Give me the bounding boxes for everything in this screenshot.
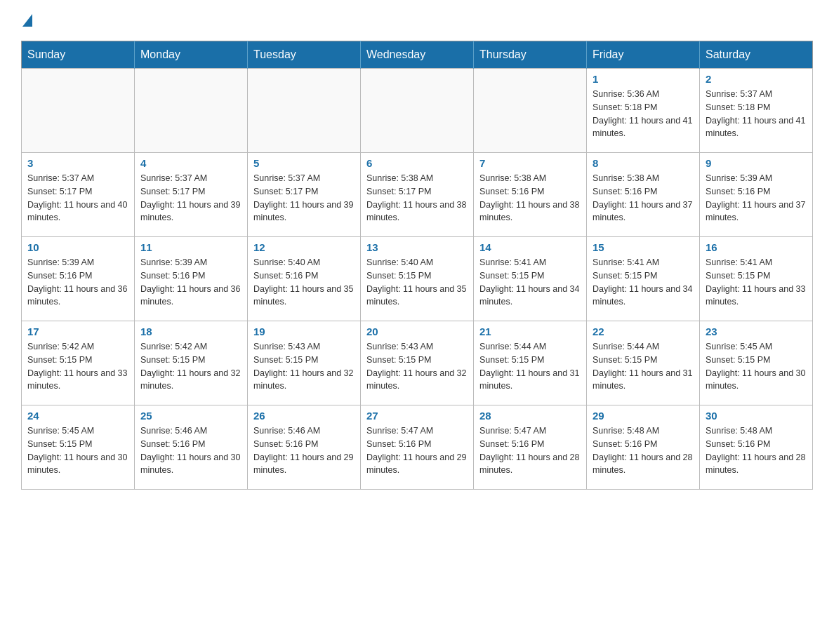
header-thursday: Thursday: [474, 41, 587, 69]
day-info: Sunrise: 5:40 AMSunset: 5:16 PMDaylight:…: [253, 256, 355, 309]
day-number: 9: [706, 157, 807, 169]
week-row-2: 3Sunrise: 5:37 AMSunset: 5:17 PMDaylight…: [22, 153, 813, 237]
day-number: 18: [140, 326, 241, 337]
calendar-cell: 22Sunrise: 5:44 AMSunset: 5:15 PMDayligh…: [587, 321, 700, 405]
day-info: Sunrise: 5:37 AMSunset: 5:17 PMDaylight:…: [27, 172, 128, 224]
day-info: Sunrise: 5:37 AMSunset: 5:18 PMDaylight:…: [706, 88, 807, 140]
day-info: Sunrise: 5:41 AMSunset: 5:15 PMDaylight:…: [593, 256, 694, 309]
calendar-cell: 26Sunrise: 5:46 AMSunset: 5:16 PMDayligh…: [248, 405, 361, 490]
day-number: 19: [253, 326, 355, 337]
calendar-cell: 11Sunrise: 5:39 AMSunset: 5:16 PMDayligh…: [135, 237, 248, 321]
day-info: Sunrise: 5:45 AMSunset: 5:15 PMDaylight:…: [27, 424, 128, 477]
calendar-cell: 27Sunrise: 5:47 AMSunset: 5:16 PMDayligh…: [361, 405, 474, 490]
calendar-cell: [361, 69, 474, 153]
day-number: 25: [140, 410, 241, 422]
calendar-cell: 30Sunrise: 5:48 AMSunset: 5:16 PMDayligh…: [700, 405, 813, 490]
day-info: Sunrise: 5:38 AMSunset: 5:17 PMDaylight:…: [366, 172, 468, 224]
header-monday: Monday: [135, 41, 248, 69]
calendar-cell: 24Sunrise: 5:45 AMSunset: 5:15 PMDayligh…: [22, 405, 135, 490]
day-info: Sunrise: 5:45 AMSunset: 5:15 PMDaylight:…: [706, 340, 807, 393]
day-number: 17: [27, 326, 128, 337]
page-header: [21, 14, 813, 27]
calendar-cell: 15Sunrise: 5:41 AMSunset: 5:15 PMDayligh…: [587, 237, 700, 321]
day-number: 28: [479, 410, 581, 422]
calendar-cell: 10Sunrise: 5:39 AMSunset: 5:16 PMDayligh…: [22, 237, 135, 321]
calendar-cell: 7Sunrise: 5:38 AMSunset: 5:16 PMDaylight…: [474, 153, 587, 237]
day-info: Sunrise: 5:41 AMSunset: 5:15 PMDaylight:…: [479, 256, 581, 309]
day-number: 13: [366, 241, 468, 253]
day-number: 4: [140, 157, 241, 169]
calendar-cell: 23Sunrise: 5:45 AMSunset: 5:15 PMDayligh…: [700, 321, 813, 405]
day-info: Sunrise: 5:43 AMSunset: 5:15 PMDaylight:…: [253, 340, 355, 393]
day-info: Sunrise: 5:44 AMSunset: 5:15 PMDaylight:…: [593, 340, 694, 393]
header-sunday: Sunday: [22, 41, 135, 69]
week-row-3: 10Sunrise: 5:39 AMSunset: 5:16 PMDayligh…: [22, 237, 813, 321]
day-number: 23: [706, 326, 807, 337]
day-number: 26: [253, 410, 355, 422]
calendar-cell: 20Sunrise: 5:43 AMSunset: 5:15 PMDayligh…: [361, 321, 474, 405]
day-info: Sunrise: 5:36 AMSunset: 5:18 PMDaylight:…: [593, 88, 694, 140]
week-row-4: 17Sunrise: 5:42 AMSunset: 5:15 PMDayligh…: [22, 321, 813, 405]
day-number: 6: [366, 157, 468, 169]
day-number: 8: [593, 157, 694, 169]
logo-arrow-icon: [22, 14, 32, 27]
day-info: Sunrise: 5:44 AMSunset: 5:15 PMDaylight:…: [479, 340, 581, 393]
day-number: 22: [593, 326, 694, 337]
day-info: Sunrise: 5:48 AMSunset: 5:16 PMDaylight:…: [593, 424, 694, 477]
logo: [21, 14, 32, 27]
header-tuesday: Tuesday: [248, 41, 361, 69]
day-info: Sunrise: 5:47 AMSunset: 5:16 PMDaylight:…: [366, 424, 468, 477]
week-row-5: 24Sunrise: 5:45 AMSunset: 5:15 PMDayligh…: [22, 405, 813, 490]
calendar-cell: 12Sunrise: 5:40 AMSunset: 5:16 PMDayligh…: [248, 237, 361, 321]
day-info: Sunrise: 5:47 AMSunset: 5:16 PMDaylight:…: [479, 424, 581, 477]
day-number: 5: [253, 157, 355, 169]
calendar-cell: 18Sunrise: 5:42 AMSunset: 5:15 PMDayligh…: [135, 321, 248, 405]
day-info: Sunrise: 5:37 AMSunset: 5:17 PMDaylight:…: [140, 172, 241, 224]
day-info: Sunrise: 5:39 AMSunset: 5:16 PMDaylight:…: [706, 172, 807, 224]
day-number: 10: [27, 241, 128, 253]
day-info: Sunrise: 5:42 AMSunset: 5:15 PMDaylight:…: [27, 340, 128, 393]
day-info: Sunrise: 5:39 AMSunset: 5:16 PMDaylight:…: [140, 256, 241, 309]
calendar-cell: 6Sunrise: 5:38 AMSunset: 5:17 PMDaylight…: [361, 153, 474, 237]
calendar-cell: 13Sunrise: 5:40 AMSunset: 5:15 PMDayligh…: [361, 237, 474, 321]
day-number: 12: [253, 241, 355, 253]
calendar-cell: 28Sunrise: 5:47 AMSunset: 5:16 PMDayligh…: [474, 405, 587, 490]
calendar-cell: [474, 69, 587, 153]
day-info: Sunrise: 5:41 AMSunset: 5:15 PMDaylight:…: [706, 256, 807, 309]
calendar-cell: 4Sunrise: 5:37 AMSunset: 5:17 PMDaylight…: [135, 153, 248, 237]
day-number: 14: [479, 241, 581, 253]
day-info: Sunrise: 5:48 AMSunset: 5:16 PMDaylight:…: [706, 424, 807, 477]
calendar-cell: 21Sunrise: 5:44 AMSunset: 5:15 PMDayligh…: [474, 321, 587, 405]
calendar-table: Sunday Monday Tuesday Wednesday Thursday…: [21, 41, 813, 490]
calendar-cell: 17Sunrise: 5:42 AMSunset: 5:15 PMDayligh…: [22, 321, 135, 405]
day-number: 29: [593, 410, 694, 422]
day-number: 30: [706, 410, 807, 422]
calendar-cell: [135, 69, 248, 153]
calendar-cell: 16Sunrise: 5:41 AMSunset: 5:15 PMDayligh…: [700, 237, 813, 321]
weekday-header-row: Sunday Monday Tuesday Wednesday Thursday…: [22, 41, 813, 69]
calendar-cell: 29Sunrise: 5:48 AMSunset: 5:16 PMDayligh…: [587, 405, 700, 490]
calendar-cell: 8Sunrise: 5:38 AMSunset: 5:16 PMDaylight…: [587, 153, 700, 237]
day-number: 15: [593, 241, 694, 253]
day-info: Sunrise: 5:40 AMSunset: 5:15 PMDaylight:…: [366, 256, 468, 309]
calendar-cell: 9Sunrise: 5:39 AMSunset: 5:16 PMDaylight…: [700, 153, 813, 237]
day-info: Sunrise: 5:42 AMSunset: 5:15 PMDaylight:…: [140, 340, 241, 393]
day-info: Sunrise: 5:46 AMSunset: 5:16 PMDaylight:…: [253, 424, 355, 477]
day-number: 20: [366, 326, 468, 337]
calendar-cell: 14Sunrise: 5:41 AMSunset: 5:15 PMDayligh…: [474, 237, 587, 321]
day-number: 11: [140, 241, 241, 253]
day-number: 21: [479, 326, 581, 337]
day-info: Sunrise: 5:46 AMSunset: 5:16 PMDaylight:…: [140, 424, 241, 477]
day-number: 16: [706, 241, 807, 253]
day-info: Sunrise: 5:39 AMSunset: 5:16 PMDaylight:…: [27, 256, 128, 309]
week-row-1: 1Sunrise: 5:36 AMSunset: 5:18 PMDaylight…: [22, 69, 813, 153]
day-number: 24: [27, 410, 128, 422]
calendar-cell: 25Sunrise: 5:46 AMSunset: 5:16 PMDayligh…: [135, 405, 248, 490]
calendar-cell: 2Sunrise: 5:37 AMSunset: 5:18 PMDaylight…: [700, 69, 813, 153]
day-number: 27: [366, 410, 468, 422]
calendar-cell: 5Sunrise: 5:37 AMSunset: 5:17 PMDaylight…: [248, 153, 361, 237]
calendar-cell: [248, 69, 361, 153]
header-wednesday: Wednesday: [361, 41, 474, 69]
calendar-cell: 3Sunrise: 5:37 AMSunset: 5:17 PMDaylight…: [22, 153, 135, 237]
header-friday: Friday: [587, 41, 700, 69]
